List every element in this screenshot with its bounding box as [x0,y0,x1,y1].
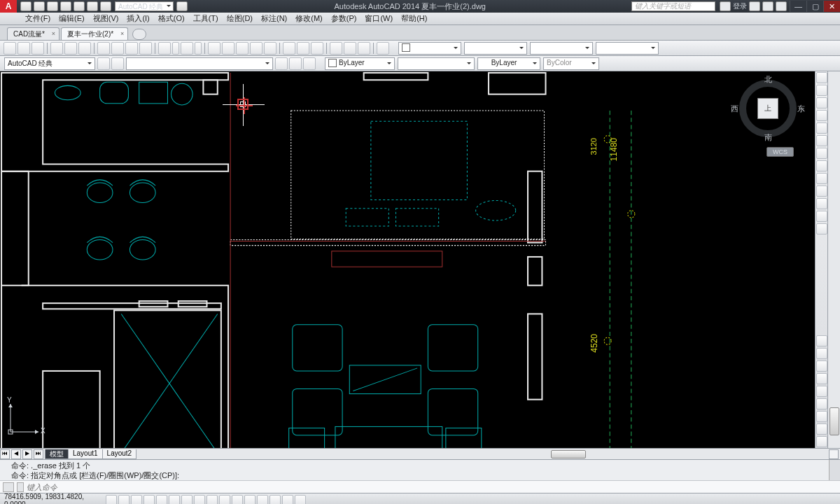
menu-view[interactable]: 视图(V) [89,13,123,24]
cut-icon[interactable] [97,42,110,55]
drawing-canvas[interactable]: 11480 3120 4520 X Y [0,71,827,448]
tab-next-icon[interactable]: ▶ [22,449,32,459]
array-icon[interactable] [816,360,827,372]
layer-prev-icon[interactable] [275,57,288,70]
tab-first-icon[interactable]: ⏮ [0,449,10,459]
wcs-tag[interactable]: WCS [766,147,794,157]
login-label[interactable]: 登录 [733,1,747,11]
sc-icon[interactable] [257,495,268,505]
zoom-ext-icon[interactable] [264,42,276,55]
otrack-icon[interactable] [181,495,192,505]
grid-icon[interactable] [106,495,117,505]
stayconnected-icon[interactable] [762,1,774,11]
iso-icon[interactable] [282,495,293,505]
cmd-drop-icon[interactable] [17,482,24,492]
viewcube[interactable]: 上 北 南 东 西 [736,77,799,140]
pline-icon[interactable] [816,85,827,96]
workspace-select[interactable]: AutoCAD 经典 [115,1,174,11]
menu-file[interactable]: 文件(F) [21,13,55,24]
plotstyle-select[interactable] [596,42,659,55]
zoom-win-icon[interactable] [236,42,248,55]
help-icon[interactable] [776,1,787,11]
vertical-scrollbar[interactable] [827,71,840,448]
trim-icon[interactable] [816,211,827,222]
menu-draw[interactable]: 绘图(D) [223,13,257,24]
tpy-icon[interactable] [232,495,243,505]
3dosnap-icon[interactable] [169,495,180,505]
login-icon[interactable] [720,1,731,11]
scale-icon[interactable] [816,386,827,397]
props-icon[interactable] [283,42,295,55]
undo-drop-icon[interactable] [172,42,179,55]
undo-icon[interactable] [158,42,171,55]
copy2-icon[interactable] [816,186,827,197]
dim-icon[interactable] [816,160,827,172]
snap-icon[interactable] [118,495,130,505]
menu-insert[interactable]: 插入(I) [122,13,153,24]
layer-list-select[interactable] [126,57,273,70]
redo-drop-icon[interactable] [195,42,202,55]
app-logo[interactable]: A [0,0,17,13]
zoom-rt-icon[interactable] [222,42,234,55]
ortho-icon[interactable] [131,495,142,505]
explode-icon[interactable] [816,411,827,422]
cmd-icon[interactable] [3,482,14,492]
lwt-icon[interactable] [219,495,230,505]
lineweight-select[interactable] [530,42,593,55]
new-tab-button[interactable] [132,29,146,40]
help-search[interactable]: 键入关键字或短语 [631,1,715,11]
erase-icon[interactable] [816,424,827,435]
polar-icon[interactable] [144,495,155,505]
new-icon[interactable] [4,42,16,55]
exchange-icon[interactable] [749,1,760,11]
doc-tab[interactable]: CAD流量*× [7,27,59,40]
close-icon[interactable]: × [52,30,55,37]
save-icon[interactable] [31,42,44,55]
preview-icon[interactable] [64,42,77,55]
qa-save-icon[interactable] [47,1,58,11]
fillet-icon[interactable] [816,373,827,384]
help2-icon[interactable] [377,42,389,55]
rotate-icon[interactable] [816,198,827,209]
menu-tools[interactable]: 工具(T) [189,13,223,24]
linetype-select[interactable] [464,42,527,55]
tab-last-icon[interactable]: ⏭ [34,449,43,459]
pan-icon[interactable] [208,42,220,55]
calc-icon[interactable] [358,42,370,55]
tab-prev-icon[interactable]: ◀ [11,449,21,459]
layer-iso-icon[interactable] [289,57,302,70]
layout-tab-model[interactable]: 模型 [45,449,69,459]
layer-uniso-icon[interactable] [303,57,316,70]
plot-icon[interactable] [50,42,63,55]
close-icon[interactable]: × [120,30,124,37]
paste-icon[interactable] [125,42,138,55]
menu-help[interactable]: 帮助(H) [397,13,431,24]
extend-icon[interactable] [816,223,827,234]
match-icon[interactable] [139,42,152,55]
qa-open-icon[interactable] [34,1,45,11]
toolpal-icon[interactable] [311,42,323,55]
qa-saveas-icon[interactable] [60,1,71,11]
osnap-icon[interactable] [156,495,167,505]
qa-redo-icon[interactable] [100,1,111,11]
command-input[interactable] [27,483,837,491]
scroll-end-icon[interactable] [829,449,839,459]
open-icon[interactable] [18,42,30,55]
layer-select[interactable]: AutoCAD 经典 [4,57,95,70]
layout-tab[interactable]: Layout2 [102,449,137,459]
horizontal-scrollbar[interactable] [139,449,826,459]
prop-plotstyle-select[interactable]: ByColor [543,57,599,70]
offset-icon[interactable] [816,348,827,359]
menu-window[interactable]: 窗口(W) [360,13,397,24]
text-icon[interactable] [816,148,827,159]
dyn-icon[interactable] [206,495,218,505]
qa-undo-icon[interactable] [87,1,98,11]
rect-icon[interactable] [816,122,827,134]
ducs-icon[interactable] [194,495,205,505]
mirror-icon[interactable] [816,335,827,346]
sheet-icon[interactable] [330,42,342,55]
block-icon[interactable] [816,436,827,447]
hw-icon[interactable] [295,495,306,505]
move-icon[interactable] [816,173,827,184]
command-history[interactable]: 命令: ._erase 找到 1 个 命令: 指定对角点或 [栏选(F)/圈围(… [0,459,840,480]
